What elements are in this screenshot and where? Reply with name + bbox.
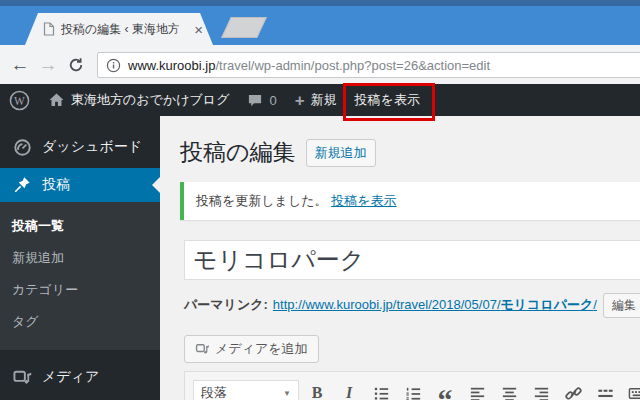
sidebar-item-posts[interactable]: 投稿 xyxy=(0,168,160,202)
submenu-categories[interactable]: カテゴリー xyxy=(0,274,160,306)
tab-title: 投稿の編集 ‹ 東海地方のお xyxy=(61,21,179,38)
dashboard-icon xyxy=(12,138,32,157)
add-media-label: メディアを追加 xyxy=(215,340,308,358)
new-tab-button[interactable] xyxy=(221,17,267,38)
permalink-label: パーマリンク: xyxy=(184,296,268,314)
post-title-input[interactable] xyxy=(184,240,640,280)
permalink-edit-button[interactable]: 編集 xyxy=(603,293,640,318)
submenu-all-posts[interactable]: 投稿一覧 xyxy=(0,210,160,242)
more-tag-button[interactable] xyxy=(591,380,619,400)
wp-admin-bar: W 東海地方のおでかけブログ 0 + 新規 投稿を表示 xyxy=(0,84,640,116)
align-center-button[interactable] xyxy=(495,380,523,400)
link-button[interactable] xyxy=(559,380,587,400)
site-name-link[interactable]: 東海地方のおでかけブログ xyxy=(39,84,238,116)
sidebar-item-label: ダッシュボード xyxy=(42,138,142,156)
posts-submenu: 投稿一覧 新規追加 カテゴリー タグ xyxy=(0,202,160,350)
site-name-label: 東海地方のおでかけブログ xyxy=(71,91,229,109)
new-label: 新規 xyxy=(311,91,337,109)
browser-toolbar: ← → www.kuroobi.jp/travel/wp-admin/post.… xyxy=(0,45,640,84)
home-icon xyxy=(48,92,65,108)
pushpin-icon xyxy=(12,176,32,194)
url-path: /travel/wp-admin/post.php?post=26&action… xyxy=(215,58,490,73)
toolbar-toggle-button[interactable] xyxy=(623,380,640,400)
close-icon[interactable]: × xyxy=(194,22,203,37)
plus-icon: + xyxy=(295,92,305,109)
submenu-tags[interactable]: タグ xyxy=(0,306,160,338)
comment-count: 0 xyxy=(269,93,276,108)
new-content-link[interactable]: + 新規 xyxy=(286,84,346,116)
sidebar-item-media[interactable]: メディア xyxy=(0,360,160,394)
bullet-list-button[interactable] xyxy=(367,380,395,400)
align-left-button[interactable] xyxy=(463,380,491,400)
update-notice: 投稿を更新しました。 投稿を表示 xyxy=(180,182,640,220)
forward-button[interactable]: → xyxy=(34,55,62,74)
format-dropdown[interactable]: 段落 ▼ xyxy=(193,380,299,400)
url-host: www.kuroobi.jp xyxy=(128,58,215,73)
editor-toolbar: 段落 ▼ B I “ xyxy=(184,371,640,400)
submenu-add-new[interactable]: 新規追加 xyxy=(0,242,160,274)
main-content: 投稿の編集 新規追加 投稿を更新しました。 投稿を表示 パーマリンク: http… xyxy=(160,116,640,400)
back-button[interactable]: ← xyxy=(6,55,34,74)
view-post-notice-link[interactable]: 投稿を表示 xyxy=(331,193,396,208)
permalink-row: パーマリンク: http://www.kuroobi.jp/travel/201… xyxy=(184,293,640,318)
page-icon xyxy=(43,22,55,36)
add-media-icon xyxy=(195,342,210,356)
comments-link[interactable]: 0 xyxy=(238,84,285,116)
browser-tab[interactable]: 投稿の編集 ‹ 東海地方のお × xyxy=(25,13,213,45)
sidebar-item-pages[interactable]: 固定ページ xyxy=(0,394,160,400)
chevron-down-icon: ▼ xyxy=(283,389,291,398)
sidebar-item-dashboard[interactable]: ダッシュボード xyxy=(0,130,160,164)
svg-text:W: W xyxy=(14,94,25,106)
info-icon[interactable] xyxy=(106,58,121,73)
numbered-list-button[interactable] xyxy=(399,380,427,400)
browser-titlebar: 投稿の編集 ‹ 東海地方のお × xyxy=(0,0,640,45)
address-bar[interactable]: www.kuroobi.jp/travel/wp-admin/post.php?… xyxy=(97,52,640,78)
permalink-slug: モリコロパーク xyxy=(501,297,594,312)
sidebar-item-label: 投稿 xyxy=(42,176,70,194)
admin-sidebar: ダッシュボード 投稿 投稿一覧 新規追加 カテゴリー タグ メディア 固定ページ xyxy=(0,116,160,400)
bold-button[interactable]: B xyxy=(303,380,331,400)
italic-button[interactable]: I xyxy=(335,380,363,400)
media-icon xyxy=(12,368,32,387)
add-media-button[interactable]: メディアを追加 xyxy=(184,335,319,363)
permalink-link[interactable]: http://www.kuroobi.jp/travel/2018/05/07/… xyxy=(273,296,597,314)
notice-text: 投稿を更新しました。 xyxy=(196,193,328,208)
tab-title-fade xyxy=(173,13,193,45)
wp-logo-icon[interactable]: W xyxy=(0,84,39,116)
reload-button[interactable] xyxy=(62,57,90,73)
comment-icon xyxy=(247,93,263,108)
page-title: 投稿の編集 xyxy=(180,138,296,168)
sidebar-item-label: メディア xyxy=(42,368,99,386)
view-post-link[interactable]: 投稿を表示 xyxy=(346,84,429,116)
blockquote-button[interactable]: “ xyxy=(431,380,459,400)
format-value: 段落 xyxy=(201,384,227,400)
add-new-button[interactable]: 新規追加 xyxy=(306,139,376,167)
align-right-button[interactable] xyxy=(527,380,555,400)
